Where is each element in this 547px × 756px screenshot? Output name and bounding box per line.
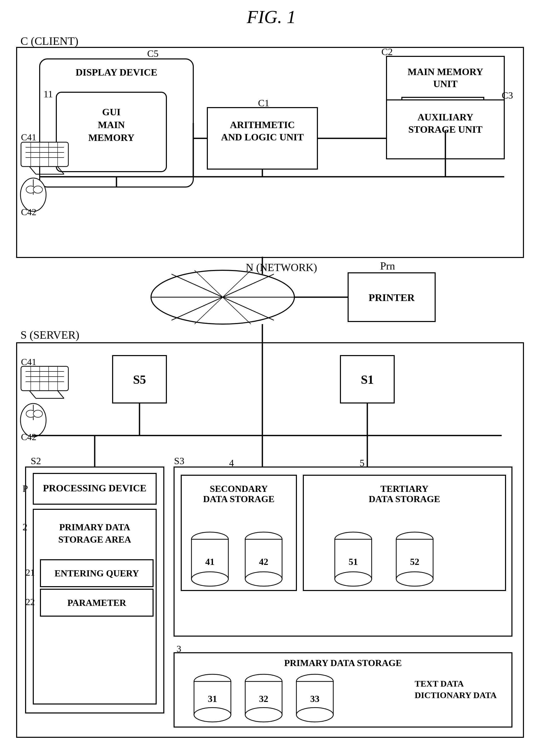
c1-label: C1 xyxy=(258,98,269,108)
svg-line-8 xyxy=(58,167,64,174)
gui-main-memory-label-1: GUI xyxy=(102,107,121,117)
c41-client-label: C41 xyxy=(21,132,36,142)
alu-label-1: ARITHMETIC xyxy=(230,119,294,130)
secondary-storage-box xyxy=(181,475,296,591)
printer-label: PRINTER xyxy=(368,292,415,303)
svg-line-17 xyxy=(195,270,251,324)
svg-rect-50 xyxy=(296,681,333,715)
svg-line-7 xyxy=(29,167,36,174)
svg-point-31 xyxy=(192,532,228,546)
label-11: 11 xyxy=(44,89,53,99)
secondary-storage-label-1: SECONDARY xyxy=(210,484,268,494)
svg-point-46 xyxy=(245,674,282,689)
entering-query-label: ENTERING QUERY xyxy=(55,568,139,578)
s5-label: S5 xyxy=(133,373,146,386)
keyboard-server xyxy=(21,366,68,391)
c41-server-label: C41 xyxy=(21,357,36,367)
printer-box xyxy=(348,273,435,322)
svg-line-26 xyxy=(58,391,64,398)
c3-label: C3 xyxy=(502,90,513,101)
svg-point-11 xyxy=(26,186,35,193)
parameter-label: PARAMETER xyxy=(67,598,126,608)
p01-label: P01 xyxy=(434,103,451,115)
primary-storage-area-label-1: PRIMARY DATA xyxy=(59,522,130,532)
svg-line-15 xyxy=(172,274,274,320)
svg-point-34 xyxy=(245,532,282,546)
gui-main-memory-label-3: MEMORY xyxy=(88,132,134,143)
svg-point-40 xyxy=(396,532,433,546)
p01-box xyxy=(402,97,484,120)
svg-rect-38 xyxy=(335,539,372,579)
network-ellipse xyxy=(151,270,294,324)
gui-main-memory-label-2: MAIN xyxy=(98,119,125,130)
svg-point-37 xyxy=(335,532,372,546)
p-label: P xyxy=(23,483,28,494)
keyboard-client xyxy=(21,142,68,167)
drum-31: 31 xyxy=(208,694,217,704)
prn-label: Prn xyxy=(380,260,395,272)
primary-storage-bottom-box xyxy=(174,653,512,727)
s3-label: S3 xyxy=(174,455,184,466)
svg-point-29 xyxy=(26,410,35,417)
mouse-server xyxy=(20,403,46,437)
svg-line-25 xyxy=(29,391,36,398)
fig-title: FIG. 1 xyxy=(247,7,296,27)
aux-storage-label-1: AUXILIARY xyxy=(417,112,473,122)
drum-41: 41 xyxy=(205,557,215,567)
c42-client-label: C42 xyxy=(21,207,36,217)
label-21: 21 xyxy=(26,567,35,578)
primary-storage-area-box xyxy=(33,509,156,704)
alu-label-2: AND LOGIC UNIT xyxy=(221,132,303,142)
svg-point-43 xyxy=(194,674,231,689)
drum-42: 42 xyxy=(259,557,268,567)
main-memory-unit-label-2: UNIT xyxy=(433,78,457,89)
main-memory-box xyxy=(386,56,504,131)
processing-device-box xyxy=(33,473,156,504)
svg-point-36 xyxy=(245,572,282,586)
svg-point-48 xyxy=(245,708,282,722)
svg-point-51 xyxy=(296,708,333,722)
drum-32: 32 xyxy=(259,694,268,704)
svg-point-12 xyxy=(33,186,43,193)
primary-storage-area-label-2: STORAGE AREA xyxy=(58,534,131,545)
svg-point-33 xyxy=(192,572,228,586)
processing-device-label: PROCESSING DEVICE xyxy=(43,483,147,493)
label-5: 5 xyxy=(360,458,364,468)
display-device-box xyxy=(40,59,193,187)
svg-rect-35 xyxy=(245,539,282,579)
client-box xyxy=(17,47,523,257)
svg-point-39 xyxy=(335,572,372,586)
main-memory-unit-label-1: MAIN MEMORY xyxy=(407,66,483,77)
aux-storage-box xyxy=(386,100,504,159)
display-device-label: DISPLAY DEVICE xyxy=(76,67,157,78)
network-label: N (NETWORK) xyxy=(246,262,317,274)
text-data-label: TEXT DATA xyxy=(415,679,464,688)
s1-box xyxy=(340,356,394,403)
drum-51: 51 xyxy=(349,557,358,567)
label-2: 2 xyxy=(23,522,27,532)
label-3: 3 xyxy=(177,644,181,654)
s2-group-box xyxy=(26,467,164,713)
svg-line-16 xyxy=(195,270,251,324)
svg-rect-32 xyxy=(192,539,228,579)
svg-point-49 xyxy=(296,674,333,689)
svg-line-14 xyxy=(172,274,274,320)
svg-rect-44 xyxy=(194,681,231,715)
entering-query-box xyxy=(40,560,153,587)
drum-52: 52 xyxy=(410,557,419,567)
s5-box xyxy=(113,356,166,403)
c42-server-label: C42 xyxy=(21,432,36,442)
svg-rect-41 xyxy=(396,539,433,579)
c5-label: C5 xyxy=(147,48,159,59)
primary-storage-bottom-label: PRIMARY DATA STORAGE xyxy=(284,658,402,668)
c2-label: C2 xyxy=(381,46,393,57)
aux-storage-label-2: STORAGE UNIT xyxy=(408,124,482,135)
s3-group-box xyxy=(174,467,512,636)
svg-point-30 xyxy=(33,410,43,417)
tertiary-storage-label-1: TERTIARY xyxy=(380,484,428,494)
server-box xyxy=(17,343,523,737)
gui-main-memory-box xyxy=(56,92,166,172)
mouse-client xyxy=(20,178,46,211)
dictionary-data-label: DICTIONARY DATA xyxy=(415,690,497,700)
secondary-storage-label-2: DATA STORAGE xyxy=(203,494,274,504)
